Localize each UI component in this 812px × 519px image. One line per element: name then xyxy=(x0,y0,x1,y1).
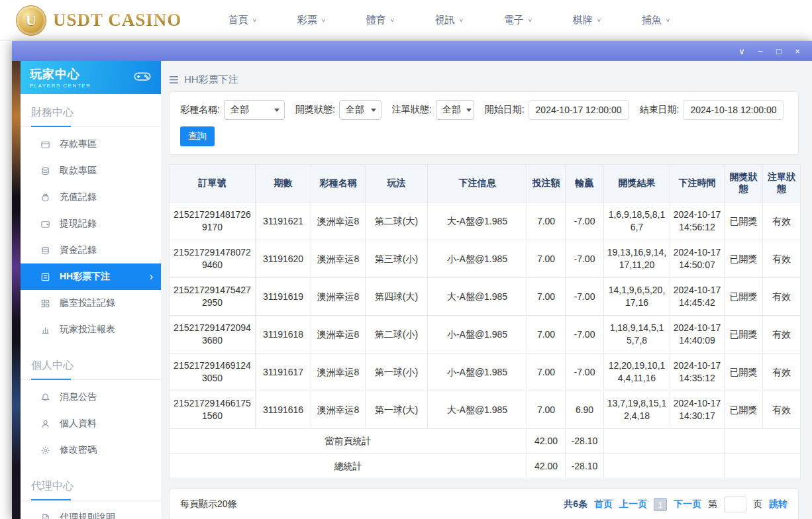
end-date-label: 結束日期: xyxy=(640,104,680,116)
sidebar-item-agent-rules[interactable]: 代理規則說明 xyxy=(21,504,161,519)
table-row: 215217291478072946031191620澳洲幸运8第三球(小)小-… xyxy=(170,240,801,278)
order-status-select[interactable]: 全部 xyxy=(436,100,474,120)
cell-draw-status: 已開獎 xyxy=(725,203,763,240)
menu-collapse-icon[interactable] xyxy=(169,75,179,84)
nav-item-label: 體育 xyxy=(366,14,386,26)
next-page-link[interactable]: 下一页 xyxy=(674,498,701,510)
brand-name: USDT CASINO xyxy=(53,10,181,30)
nav-item-label: 棋牌 xyxy=(573,14,593,26)
cell-bet-info: 大-A盤@1.985 xyxy=(428,391,527,429)
window-titlebar[interactable]: ∨ − □ × xyxy=(12,41,812,61)
sidebar-item-withdraw-zone[interactable]: 取款專區 xyxy=(21,158,161,184)
nav-item-sports[interactable]: 體育∨ xyxy=(346,14,415,26)
cell-bet-amount: 7.00 xyxy=(527,278,566,316)
brand[interactable]: U USDT CASINO xyxy=(16,5,181,36)
page-header: HH彩票下注 xyxy=(169,68,799,91)
first-page-link[interactable]: 首页 xyxy=(594,498,613,510)
nav-item-lottery[interactable]: 彩票∨ xyxy=(277,14,346,26)
search-button[interactable]: 查詢 xyxy=(180,126,215,146)
nav-item-home[interactable]: 首頁∨ xyxy=(208,14,277,26)
coins-icon xyxy=(40,166,50,176)
nav-item-label: 視訊 xyxy=(435,14,455,26)
cell-order-no: 2152172914780729460 xyxy=(170,240,256,278)
cell-bet-info: 大-A盤@1.985 xyxy=(428,203,527,240)
gamepad-icon xyxy=(133,67,152,88)
chevron-down-icon xyxy=(466,109,472,112)
sidebar-item-player-bet-report[interactable]: 玩家投注報表 xyxy=(21,316,161,343)
sidebar-item-hall-bet-records[interactable]: 廳室投註記錄 xyxy=(21,290,161,316)
window-close-icon[interactable]: × xyxy=(789,44,805,58)
summary-empty xyxy=(725,454,801,479)
screen: U USDT CASINO 首頁∨彩票∨體育∨視訊∨電子∨棋牌∨捕魚∨ ∨ − … xyxy=(0,0,812,519)
current-page-badge[interactable]: 1 xyxy=(654,498,667,511)
table-head: 訂單號期數彩種名稱玩法下注信息投注額輸贏開獎結果下注時間開獎狀態注單狀態 xyxy=(170,165,801,203)
end-date-input[interactable] xyxy=(683,100,784,120)
nav-item-label: 電子 xyxy=(504,14,524,26)
chevron-right-icon: › xyxy=(150,271,153,283)
cell-bet-time: 2024-10-17 14:30:17 xyxy=(670,391,725,429)
filter-row: 彩種名稱: 全部 開獎狀態: 全部 注單狀態: 全部 xyxy=(180,100,787,120)
nav-item-live-video[interactable]: 視訊∨ xyxy=(415,14,483,26)
summary-bet-total: 42.00 xyxy=(527,454,566,479)
sidebar-item-recharge-records[interactable]: 充值記錄 xyxy=(21,184,161,211)
table-panel: 訂單號期數彩種名稱玩法下注信息投注額輸贏開獎結果下注時間開獎狀態注單狀態2152… xyxy=(169,164,799,479)
filter-panel: 彩種名稱: 全部 開獎狀態: 全部 注單狀態: 全部 xyxy=(169,91,799,155)
window-minimize-icon[interactable]: − xyxy=(752,44,768,58)
cell-order-status: 有效 xyxy=(763,316,801,354)
page-title: HH彩票下注 xyxy=(184,73,238,86)
sidebar-item-change-password[interactable]: 修改密碼 xyxy=(21,437,161,463)
sidebar-item-profile[interactable]: 個人資料 xyxy=(21,410,161,437)
doc-icon xyxy=(40,513,50,519)
nav-item-fishing[interactable]: 捕魚∨ xyxy=(621,14,690,26)
window-maximize-icon[interactable]: □ xyxy=(771,44,787,58)
prev-page-link[interactable]: 上一页 xyxy=(619,498,647,510)
table-body: 215217291481726917031191621澳洲幸运8第二球(大)大-… xyxy=(170,203,801,479)
cell-draw-result: 1,18,9,14,5,15,7,8 xyxy=(604,316,670,354)
chart-icon xyxy=(40,325,50,335)
start-date-input[interactable] xyxy=(529,100,629,120)
draw-status-select[interactable]: 全部 xyxy=(339,100,381,120)
start-date-label: 開始日期: xyxy=(485,104,525,116)
wallet-icon xyxy=(40,219,50,229)
cell-win-loss: -7.00 xyxy=(566,278,604,316)
cell-draw-result: 14,1,9,6,5,20,17,16 xyxy=(604,278,670,316)
nav-item-slots[interactable]: 電子∨ xyxy=(483,14,552,26)
summary-label: 總統計 xyxy=(170,454,527,479)
jump-page-input[interactable] xyxy=(724,496,746,512)
sidebar-item-funds-records[interactable]: 資金記錄 xyxy=(21,237,161,263)
summary-label: 當前頁統計 xyxy=(170,429,527,454)
cell-draw-status: 已開獎 xyxy=(725,391,763,429)
sidebar-item-hh-lottery-bets[interactable]: HH彩票下注› xyxy=(21,263,161,290)
sidebar-item-messages[interactable]: 消息公告 xyxy=(21,384,161,410)
cell-bet-amount: 7.00 xyxy=(527,354,566,391)
chevron-down-icon: ∨ xyxy=(528,17,533,23)
section-header: 代理中心 xyxy=(21,471,161,500)
gear-icon xyxy=(40,446,50,455)
table-row: 215217291472094368031191618澳洲幸运8第二球(小)小-… xyxy=(170,316,801,354)
cell-bet-time: 2024-10-17 14:35:12 xyxy=(670,354,725,391)
cell-play-type: 第一球(小) xyxy=(366,354,428,391)
nav-item-label: 捕魚 xyxy=(642,14,662,26)
draw-status-selected: 全部 xyxy=(346,104,364,116)
coins-icon xyxy=(40,246,50,256)
section-header: 個人中心 xyxy=(21,351,161,380)
cell-lottery-name: 澳洲幸运8 xyxy=(311,278,366,316)
sidebar-item-withdrawal-records[interactable]: 提現記錄 xyxy=(21,211,161,237)
sidebar-item-label: 修改密碼 xyxy=(60,444,97,456)
jump-suffix-label: 页 xyxy=(753,498,762,510)
lottery-name-select[interactable]: 全部 xyxy=(224,100,285,120)
window-collapse-icon[interactable]: ∨ xyxy=(734,44,750,58)
main-nav: 首頁∨彩票∨體育∨視訊∨電子∨棋牌∨捕魚∨ xyxy=(208,14,690,26)
cell-play-type: 第二球(小) xyxy=(366,316,428,354)
lottery-name-label: 彩種名稱: xyxy=(180,104,220,116)
nav-item-chess[interactable]: 棋牌∨ xyxy=(552,14,621,26)
cell-play-type: 第二球(大) xyxy=(366,203,428,240)
sidebar: 玩家中心 PLAYERS CENTER 財務中心存款專區取款專區充值記錄提現記錄… xyxy=(21,61,161,519)
jump-button[interactable]: 跳转 xyxy=(769,498,787,510)
cell-order-no: 2152172914720943680 xyxy=(170,316,256,354)
cell-period: 31191618 xyxy=(256,316,311,354)
cell-bet-info: 大-A盤@1.985 xyxy=(428,278,527,316)
summary-empty xyxy=(725,429,801,454)
chevron-down-icon xyxy=(274,109,279,112)
sidebar-item-deposit-zone[interactable]: 存款專區 xyxy=(21,131,161,158)
